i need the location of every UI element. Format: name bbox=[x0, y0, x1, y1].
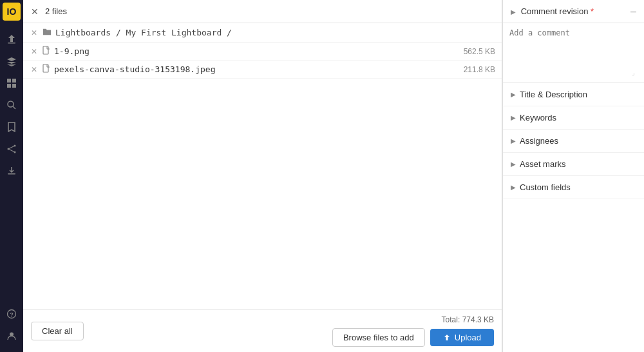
chevron-right-icon: ▶ bbox=[511, 161, 516, 168]
accordion-assignees: ▶ Assignees bbox=[503, 130, 644, 153]
comment-section-label: Comment revision bbox=[521, 6, 589, 16]
resize-handle: ⌟ bbox=[509, 69, 638, 77]
chevron-right-icon: ▶ bbox=[511, 184, 516, 191]
main-header: ✕ 2 files bbox=[23, 0, 502, 23]
accordion-custom-fields: ▶ Custom fields bbox=[503, 176, 644, 199]
upload-label: Upload bbox=[455, 333, 481, 342]
chevron-right-icon: ▶ bbox=[511, 91, 516, 98]
accordion-label: Custom fields bbox=[520, 182, 571, 192]
user-avatar[interactable] bbox=[3, 327, 21, 345]
comment-area: ⌟ bbox=[503, 23, 644, 83]
folder-icon bbox=[43, 27, 52, 38]
download-icon[interactable] bbox=[3, 162, 21, 180]
file-icon bbox=[43, 64, 50, 75]
right-panel-header: ▶ Comment revision * – bbox=[503, 0, 644, 23]
clear-all-button[interactable]: Clear all bbox=[31, 322, 84, 340]
svg-line-6 bbox=[13, 106, 15, 109]
footer-right: Total: 774.3 KB Browse files to add Uplo… bbox=[332, 315, 494, 347]
comment-section-title: ▶ Comment revision * bbox=[511, 6, 594, 16]
svg-line-11 bbox=[8, 149, 15, 152]
sidebar-bottom: ? bbox=[3, 303, 21, 352]
right-panel: ▶ Comment revision * – ⌟ ▶ Title & Descr… bbox=[502, 0, 644, 352]
table-row: ✕ pexels-canva-studio-3153198.jpeg 211.8… bbox=[23, 61, 502, 79]
comment-input[interactable] bbox=[509, 28, 638, 67]
chevron-right-icon: ▶ bbox=[511, 137, 516, 144]
accordion-header-custom-fields[interactable]: ▶ Custom fields bbox=[503, 176, 644, 199]
chevron-right-icon: ▶ bbox=[511, 114, 516, 121]
share-icon[interactable] bbox=[3, 140, 21, 158]
folder-row: ✕ Lightboards / My First Lightboard / bbox=[23, 23, 502, 43]
svg-line-10 bbox=[8, 146, 15, 149]
svg-point-5 bbox=[8, 101, 14, 107]
grid-icon[interactable] bbox=[3, 74, 21, 92]
browse-files-button[interactable]: Browse files to add bbox=[332, 328, 425, 347]
accordion-label: Assignees bbox=[520, 136, 558, 146]
file-1-name: 1-9.png bbox=[54, 46, 460, 56]
file-icon bbox=[43, 46, 50, 57]
accordion-header-asset-marks[interactable]: ▶ Asset marks bbox=[503, 153, 644, 175]
layers-icon[interactable] bbox=[3, 52, 21, 70]
app-logo[interactable]: IO bbox=[3, 3, 21, 21]
sidebar: IO ? bbox=[0, 0, 23, 352]
svg-rect-12 bbox=[8, 173, 15, 175]
upload-button[interactable]: Upload bbox=[430, 329, 494, 346]
required-star: * bbox=[591, 6, 594, 16]
footer-left: Clear all bbox=[31, 322, 84, 340]
file-2-size: 211.8 KB bbox=[464, 65, 495, 74]
empty-space bbox=[503, 199, 644, 352]
main-area: ✕ 2 files ✕ Lightboards / My First Light… bbox=[23, 0, 502, 352]
comment-arrow: ▶ bbox=[511, 8, 516, 15]
accordion-label: Asset marks bbox=[520, 159, 566, 169]
accordion-title-description: ▶ Title & Description bbox=[503, 83, 644, 106]
file-count-label: 2 files bbox=[45, 6, 67, 16]
svg-rect-17 bbox=[43, 64, 48, 72]
upload-icon bbox=[443, 334, 451, 342]
accordion-header-assignees[interactable]: ▶ Assignees bbox=[503, 130, 644, 152]
accordion-label: Keywords bbox=[520, 113, 556, 122]
svg-rect-4 bbox=[12, 84, 16, 88]
accordion-asset-marks: ▶ Asset marks bbox=[503, 153, 644, 176]
file-1-size: 562.5 KB bbox=[464, 47, 495, 56]
svg-text:?: ? bbox=[10, 311, 14, 318]
help-icon[interactable]: ? bbox=[3, 305, 21, 323]
svg-rect-2 bbox=[12, 79, 16, 83]
footer-actions: Browse files to add Upload bbox=[332, 328, 494, 347]
minimize-button[interactable]: – bbox=[630, 6, 636, 17]
file-1-close-button[interactable]: ✕ bbox=[30, 47, 39, 56]
total-label: Total: 774.3 KB bbox=[332, 315, 494, 324]
search-icon[interactable] bbox=[3, 96, 21, 114]
file-list: ✕ Lightboards / My First Lightboard / ✕ … bbox=[23, 23, 502, 309]
upload-icon[interactable] bbox=[3, 30, 21, 48]
file-2-close-button[interactable]: ✕ bbox=[30, 65, 39, 74]
logo-text: IO bbox=[7, 6, 17, 17]
accordion-keywords: ▶ Keywords bbox=[503, 106, 644, 130]
file-2-name: pexels-canva-studio-3153198.jpeg bbox=[54, 64, 460, 74]
svg-rect-16 bbox=[43, 46, 48, 54]
main-footer: Clear all Total: 774.3 KB Browse files t… bbox=[23, 309, 502, 352]
folder-close-button[interactable]: ✕ bbox=[30, 28, 39, 37]
svg-rect-1 bbox=[7, 79, 11, 83]
svg-rect-3 bbox=[7, 84, 11, 88]
bookmark-icon[interactable] bbox=[3, 118, 21, 136]
table-row: ✕ 1-9.png 562.5 KB bbox=[23, 43, 502, 61]
accordion-label: Title & Description bbox=[520, 90, 587, 99]
folder-path: Lightboards / My First Lightboard / bbox=[55, 28, 495, 37]
accordion-header-title[interactable]: ▶ Title & Description bbox=[503, 83, 644, 106]
svg-rect-0 bbox=[8, 43, 15, 44]
accordion-header-keywords[interactable]: ▶ Keywords bbox=[503, 106, 644, 129]
close-all-button[interactable]: ✕ bbox=[30, 6, 40, 17]
